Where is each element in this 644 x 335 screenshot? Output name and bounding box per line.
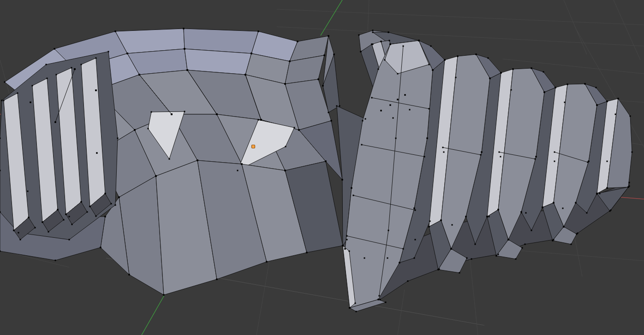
mesh-vertex xyxy=(48,231,49,233)
mesh-vertex xyxy=(57,209,59,211)
mesh-vertex xyxy=(543,71,544,73)
mesh-vertex xyxy=(245,74,246,76)
mesh-vertex xyxy=(1,100,3,101)
mesh-vertex xyxy=(378,299,379,300)
mesh-vertex xyxy=(318,79,319,80)
mesh-vertex xyxy=(489,216,490,217)
mesh-vertex xyxy=(618,98,619,100)
mesh-vertex xyxy=(258,31,259,32)
mesh-vertex xyxy=(379,295,380,297)
mesh-vertex xyxy=(596,193,598,194)
mesh-vertex xyxy=(346,239,348,241)
mesh-vertex xyxy=(554,161,555,162)
mesh-vertex xyxy=(353,195,354,196)
mesh-vertex xyxy=(372,32,374,33)
mesh-vertex xyxy=(554,152,555,153)
mesh-vertex xyxy=(441,220,442,221)
mesh-vertex xyxy=(525,244,526,245)
mesh-vertex xyxy=(465,216,467,217)
mesh-vertex xyxy=(251,53,252,54)
mesh-vertex xyxy=(459,272,460,274)
mesh-vertex xyxy=(475,244,476,245)
mesh-vertex xyxy=(429,221,431,222)
mesh-vertex xyxy=(95,90,97,91)
viewport-3d[interactable] xyxy=(0,0,644,335)
mesh-vertex xyxy=(488,58,489,59)
mesh-vertex xyxy=(0,170,1,171)
mesh-vertex xyxy=(390,105,391,106)
mesh-vertex xyxy=(328,112,329,113)
mesh-vertex xyxy=(443,152,445,153)
mesh-vertex xyxy=(87,212,88,213)
mesh-vertex xyxy=(66,214,67,215)
mesh-vertex xyxy=(216,279,218,280)
mesh-vertex xyxy=(358,35,360,36)
mesh-vertex xyxy=(32,85,33,87)
mesh-vertex xyxy=(607,101,608,102)
mesh-vertex xyxy=(108,51,109,53)
mesh-vertex xyxy=(72,224,73,225)
mesh-vertex xyxy=(30,102,31,103)
mesh-vertex xyxy=(105,216,106,217)
mesh-vertex xyxy=(197,160,198,161)
mesh-vertex xyxy=(117,138,119,139)
mesh-vertex xyxy=(571,244,572,245)
mesh-vertex xyxy=(397,73,399,75)
mesh-vertex xyxy=(455,77,457,78)
mesh-vertex xyxy=(371,97,373,99)
mesh-vertex xyxy=(586,212,588,214)
mesh-vertex xyxy=(596,87,597,88)
mesh-vertex xyxy=(184,48,185,50)
mesh-vertex xyxy=(183,28,185,29)
mesh-vertex xyxy=(54,48,55,50)
mesh-vertex xyxy=(346,235,348,237)
mesh-vertex xyxy=(56,74,57,76)
mesh-vertex xyxy=(562,208,564,209)
mesh-vertex xyxy=(0,138,1,139)
mesh-vertex xyxy=(187,70,188,71)
mesh-vertex xyxy=(498,209,499,211)
mesh-vertex xyxy=(334,54,335,55)
mesh-vertex xyxy=(71,67,72,69)
mesh-vertex xyxy=(336,106,338,107)
mesh-vertex xyxy=(46,64,47,65)
mesh-vertex xyxy=(322,85,324,87)
mesh-vertex xyxy=(576,234,578,235)
mesh-vertex xyxy=(360,51,362,53)
mesh-vertex xyxy=(393,118,394,119)
mesh-vertex xyxy=(3,100,5,101)
mesh-vertex xyxy=(115,31,116,32)
mesh-vertex xyxy=(69,216,70,217)
mesh-vertex xyxy=(632,152,633,153)
mesh-vertex xyxy=(630,116,631,117)
mesh-vertex xyxy=(414,258,415,259)
mesh-vertex xyxy=(0,212,1,213)
mesh-vertex xyxy=(452,224,453,226)
mesh-vertex xyxy=(415,239,416,241)
mesh-vertex xyxy=(390,44,391,45)
mesh-vertex xyxy=(563,226,565,228)
blender-3d-viewport[interactable] xyxy=(0,0,644,335)
mesh-vertex xyxy=(89,206,91,207)
mesh-vertex xyxy=(385,302,387,303)
mesh-vertex xyxy=(444,59,446,61)
active-face-center-dot[interactable] xyxy=(252,145,255,148)
mesh-vertex xyxy=(96,153,98,154)
mesh-vertex xyxy=(515,259,517,260)
mesh-vertex xyxy=(13,230,15,231)
mesh-vertex xyxy=(241,164,243,165)
mesh-vertex xyxy=(378,69,379,70)
mesh-vertex xyxy=(403,248,404,250)
mesh-vertex xyxy=(0,251,1,252)
mesh-vertex xyxy=(388,32,389,33)
mesh-vertex xyxy=(476,54,477,55)
mesh-vertex xyxy=(306,252,308,253)
mesh-vertex xyxy=(237,170,239,171)
mesh-vertex xyxy=(629,182,630,183)
mesh-vertex xyxy=(397,99,399,100)
mesh-vertex xyxy=(535,159,536,160)
mesh-vertex xyxy=(261,119,262,121)
mesh-vertex xyxy=(531,230,532,231)
mesh-vertex xyxy=(575,202,577,204)
mesh-vertex xyxy=(129,274,130,276)
